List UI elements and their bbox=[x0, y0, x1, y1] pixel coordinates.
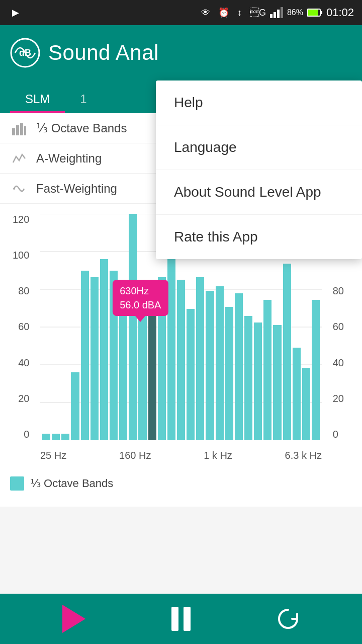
svg-rect-5 bbox=[308, 10, 318, 16]
bar-19[interactable] bbox=[225, 307, 233, 441]
bar-24[interactable] bbox=[273, 325, 281, 441]
bar-14[interactable] bbox=[177, 280, 185, 441]
reset-button[interactable] bbox=[273, 604, 303, 634]
dropdown-menu: Help Language About Sound Level App Rate… bbox=[156, 80, 362, 259]
bar-12[interactable] bbox=[158, 277, 166, 440]
bar-17[interactable] bbox=[206, 291, 214, 440]
bar-25[interactable] bbox=[283, 264, 291, 440]
battery-percentage: 86% bbox=[287, 8, 303, 17]
bar-23[interactable] bbox=[263, 300, 272, 440]
menu-overlay[interactable] bbox=[0, 0, 153, 644]
svg-rect-1 bbox=[274, 12, 276, 18]
bar-18[interactable] bbox=[216, 286, 224, 440]
sync-icon: ↕ bbox=[237, 8, 242, 18]
svg-rect-2 bbox=[277, 10, 280, 18]
pause-button[interactable] bbox=[166, 604, 196, 634]
battery-icon bbox=[307, 8, 322, 17]
menu-item-rate[interactable]: Rate this App bbox=[156, 215, 362, 259]
status-time: 01:02 bbox=[326, 6, 354, 19]
eye-icon: 👁 bbox=[201, 8, 210, 18]
status-bar-right: 👁 ⏰ ↕ G 86% 01:02 bbox=[197, 6, 354, 19]
bar-22[interactable] bbox=[254, 323, 262, 440]
bar-15[interactable] bbox=[187, 309, 195, 440]
svg-rect-3 bbox=[281, 7, 283, 18]
bar-27[interactable] bbox=[302, 368, 310, 440]
signal-icon: G bbox=[250, 8, 266, 18]
reset-icon bbox=[275, 606, 301, 632]
signal-bars-icon bbox=[270, 7, 283, 18]
bar-21[interactable] bbox=[244, 316, 252, 441]
pause-icon bbox=[171, 607, 191, 631]
menu-item-help[interactable]: Help bbox=[156, 80, 362, 125]
bar-13[interactable] bbox=[167, 255, 175, 440]
alarm-icon: ⏰ bbox=[218, 7, 229, 18]
bar-20[interactable] bbox=[235, 293, 243, 441]
bar-26[interactable] bbox=[293, 348, 301, 441]
bar-16[interactable] bbox=[196, 277, 204, 440]
menu-item-language[interactable]: Language bbox=[156, 125, 362, 170]
svg-rect-0 bbox=[270, 14, 273, 18]
svg-rect-6 bbox=[321, 11, 322, 14]
menu-item-about[interactable]: About Sound Level App bbox=[156, 170, 362, 215]
bar-28[interactable] bbox=[312, 300, 320, 440]
